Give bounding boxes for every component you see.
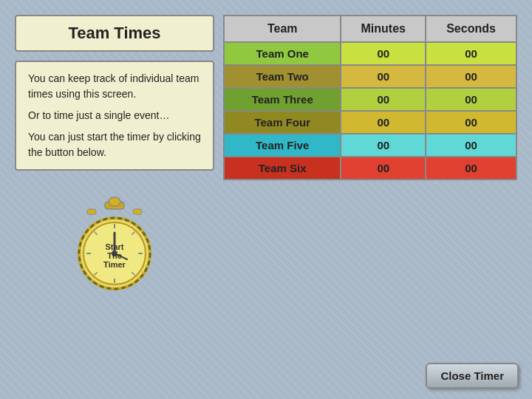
table-row: Team Two0000 [224, 65, 516, 88]
table-row: Team Three0000 [224, 88, 516, 111]
team-name-cell: Team Four [224, 111, 341, 134]
minutes-cell[interactable]: 00 [341, 88, 426, 111]
description-box: You can keep track of individual team ti… [15, 61, 214, 171]
svg-text:Timer: Timer [103, 260, 126, 269]
seconds-cell[interactable]: 00 [426, 42, 516, 65]
svg-text:The: The [107, 251, 122, 260]
col-header-team: Team [224, 16, 341, 42]
svg-text:Start: Start [105, 242, 123, 251]
seconds-cell[interactable]: 00 [426, 111, 516, 134]
table-row: Team One0000 [224, 42, 516, 65]
seconds-cell[interactable]: 00 [426, 88, 516, 111]
minutes-cell[interactable]: 00 [341, 157, 426, 180]
minutes-cell[interactable]: 00 [341, 111, 426, 134]
team-table: Team Minutes Seconds Team One0000Team Tw… [223, 15, 517, 180]
table-row: Team Five0000 [224, 134, 516, 157]
team-name-cell: Team Three [224, 88, 341, 111]
start-timer-button[interactable]: Start The Timer [66, 187, 163, 290]
seconds-cell[interactable]: 00 [426, 134, 516, 157]
minutes-cell[interactable]: 00 [341, 65, 426, 88]
desc1: You can keep track of individual team ti… [28, 71, 201, 102]
minutes-cell[interactable]: 00 [341, 42, 426, 65]
close-timer-area: Close Timer [426, 363, 519, 389]
right-panel: Team Minutes Seconds Team One0000Team Tw… [223, 15, 517, 180]
team-name-cell: Team One [224, 42, 341, 65]
team-name-cell: Team Six [224, 157, 341, 180]
svg-point-1 [109, 197, 120, 206]
svg-rect-3 [133, 209, 142, 214]
col-header-minutes: Minutes [341, 16, 426, 42]
team-name-cell: Team Five [224, 134, 341, 157]
table-row: Team Four0000 [224, 111, 516, 134]
desc3: You can just start the timer by clicking… [28, 129, 201, 160]
seconds-cell[interactable]: 00 [426, 65, 516, 88]
team-name-cell: Team Two [224, 65, 341, 88]
timer-area: Start The Timer [15, 187, 214, 290]
page-title: Team Times [28, 24, 201, 43]
title-box: Team Times [15, 15, 214, 52]
left-panel: Team Times You can keep track of individ… [15, 15, 214, 290]
table-row: Team Six0000 [224, 157, 516, 180]
desc2: Or to time just a single event… [28, 108, 201, 123]
close-timer-button[interactable]: Close Timer [426, 363, 519, 389]
seconds-cell[interactable]: 00 [426, 157, 516, 180]
col-header-seconds: Seconds [426, 16, 516, 42]
minutes-cell[interactable]: 00 [341, 134, 426, 157]
main-container: Team Times You can keep track of individ… [7, 7, 525, 392]
svg-rect-2 [87, 209, 96, 214]
